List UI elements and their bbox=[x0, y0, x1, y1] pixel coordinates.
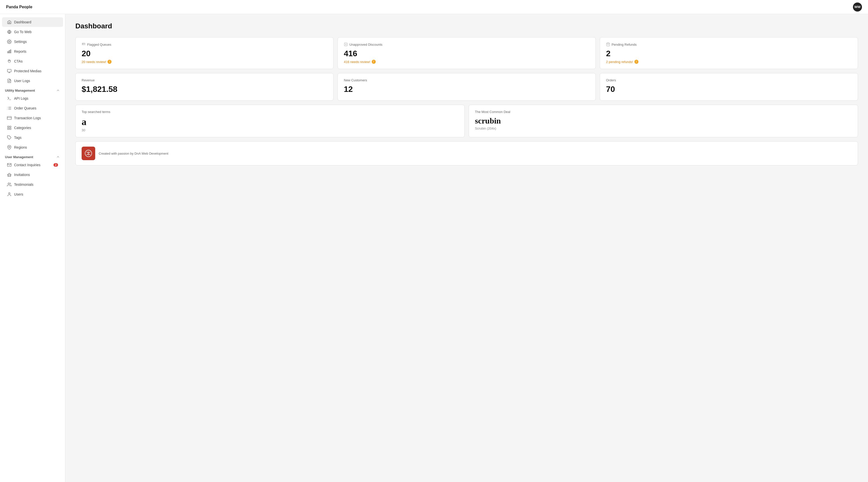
sidebar-item-invitations[interactable]: Invitations bbox=[2, 170, 63, 180]
sidebar-item-categories[interactable]: Categories bbox=[2, 123, 63, 133]
sidebar-item-api-logs[interactable]: API Logs bbox=[2, 94, 63, 103]
tag-icon bbox=[7, 135, 11, 140]
card-flagged-queues-value: 20 bbox=[82, 49, 327, 58]
card-unapproved-discounts: Unapproved Discounts 416 416 needs revie… bbox=[338, 37, 596, 69]
card-top-searched: Top searched terms a 30 bbox=[75, 105, 465, 137]
sidebar-item-label: Users bbox=[14, 192, 23, 196]
card-flagged-queues-alert: 20 needs review! ! bbox=[82, 60, 327, 64]
card-most-common-deal: The Most Common Deal scrubin Scrubin (20… bbox=[469, 105, 858, 137]
sidebar-item-settings[interactable]: Settings bbox=[2, 37, 63, 46]
sidebar-item-label: Testimonials bbox=[14, 183, 33, 187]
svg-rect-16 bbox=[7, 117, 11, 120]
sidebar-item-tags[interactable]: Tags bbox=[2, 133, 63, 142]
card-orders: Orders 70 bbox=[600, 73, 858, 101]
card-pending-refunds-value: 2 bbox=[606, 49, 852, 58]
settings-icon bbox=[7, 39, 11, 44]
sidebar-item-reports[interactable]: Reports bbox=[2, 47, 63, 56]
top-searched-term: a bbox=[82, 116, 458, 127]
sidebar-main-nav: Dashboard Go To Web Settings Reports bbox=[0, 17, 65, 86]
mail-icon bbox=[7, 163, 11, 167]
sidebar-item-label: Contact Inquiries bbox=[14, 163, 40, 167]
sidebar-item-user-logs[interactable]: User Logs bbox=[2, 76, 63, 86]
alert-dot: ! bbox=[634, 60, 639, 64]
main-content: Dashboard Flagged Queues 20 20 needs rev… bbox=[65, 14, 868, 482]
sidebar-item-label: User Logs bbox=[14, 79, 30, 83]
card-flagged-queues: Flagged Queues 20 20 needs review! ! bbox=[75, 37, 334, 69]
card-revenue: Revenue $1,821.58 bbox=[75, 73, 334, 101]
card-top-searched-label: Top searched terms bbox=[82, 110, 458, 114]
monitor-icon bbox=[7, 69, 11, 73]
page-title: Dashboard bbox=[75, 22, 858, 30]
svg-point-25 bbox=[8, 193, 10, 194]
user-management-items: Contact Inquiries 2 Invitations Testimon… bbox=[0, 160, 65, 199]
user-management-label: User Management bbox=[5, 155, 33, 159]
dna-logo-icon bbox=[84, 149, 93, 158]
sidebar-item-ctas[interactable]: CTAs bbox=[2, 57, 63, 66]
utility-management-header[interactable]: Utility Management bbox=[0, 86, 65, 93]
card-orders-label: Orders bbox=[606, 78, 852, 82]
map-pin-icon bbox=[7, 145, 11, 150]
card-pending-refunds-label: Pending Refunds bbox=[606, 42, 852, 46]
cards-row-3: Top searched terms a 30 The Most Common … bbox=[75, 105, 858, 137]
user-avatar[interactable]: WW bbox=[853, 2, 862, 11]
footer-logo bbox=[82, 147, 95, 160]
card-revenue-value: $1,821.58 bbox=[82, 85, 327, 94]
layout: Dashboard Go To Web Settings Reports bbox=[0, 14, 868, 482]
card-unapproved-discounts-alert: 416 needs review! ! bbox=[344, 60, 589, 64]
svg-rect-3 bbox=[9, 51, 10, 53]
card-unapproved-discounts-value: 416 bbox=[344, 49, 589, 58]
sidebar-item-label: Regions bbox=[14, 146, 27, 149]
sidebar-item-label: Invitations bbox=[14, 173, 30, 177]
footer-text: Created with passion by DnA Web Developm… bbox=[99, 152, 168, 155]
terminal-icon bbox=[7, 96, 11, 101]
sidebar-item-label: Categories bbox=[14, 126, 31, 130]
card-orders-value: 70 bbox=[606, 85, 852, 94]
sidebar-item-label: Settings bbox=[14, 40, 27, 44]
sidebar: Dashboard Go To Web Settings Reports bbox=[0, 14, 65, 482]
sidebar-item-order-queues[interactable]: Order Queues bbox=[2, 103, 63, 113]
sidebar-item-dashboard[interactable]: Dashboard bbox=[2, 17, 63, 27]
card-flagged-queues-label: Flagged Queues bbox=[82, 42, 327, 46]
card-new-customers-label: New Customers bbox=[344, 78, 589, 82]
sidebar-item-label: Protected Medias bbox=[14, 69, 41, 73]
sidebar-item-contact-inquiries[interactable]: Contact Inquiries 2 bbox=[2, 160, 63, 170]
sidebar-item-testimonials[interactable]: Testimonials bbox=[2, 180, 63, 189]
svg-point-24 bbox=[8, 183, 9, 184]
svg-rect-5 bbox=[7, 69, 11, 72]
sidebar-item-label: Go To Web bbox=[14, 30, 32, 34]
sidebar-item-label: Transaction Logs bbox=[14, 116, 41, 120]
grid-icon bbox=[7, 126, 11, 130]
card-pending-refunds: Pending Refunds 2 2 pending refunds! ! bbox=[600, 37, 858, 69]
card-most-common-deal-label: The Most Common Deal bbox=[475, 110, 852, 114]
contact-inquiries-badge: 2 bbox=[54, 163, 58, 167]
sidebar-item-label: Order Queues bbox=[14, 106, 36, 110]
cards-row-2: Revenue $1,821.58 New Customers 12 Order… bbox=[75, 73, 858, 101]
card-unapproved-discounts-label: Unapproved Discounts bbox=[344, 42, 589, 46]
utility-management-label: Utility Management bbox=[5, 89, 35, 92]
card-new-customers-value: 12 bbox=[344, 85, 589, 94]
sidebar-item-protected-medias[interactable]: Protected Medias bbox=[2, 66, 63, 76]
app-title: Panda People bbox=[6, 5, 32, 9]
top-searched-count: 30 bbox=[82, 128, 458, 132]
users-icon bbox=[7, 182, 11, 187]
alert-dot: ! bbox=[107, 60, 112, 64]
sidebar-item-label: API Logs bbox=[14, 96, 28, 100]
card-revenue-label: Revenue bbox=[82, 78, 327, 82]
user-management-header[interactable]: User Management bbox=[0, 152, 65, 160]
card-pending-refunds-alert: 2 pending refunds! ! bbox=[606, 60, 852, 64]
list-icon bbox=[7, 106, 11, 110]
file-text-icon bbox=[7, 78, 11, 83]
home-icon bbox=[7, 20, 11, 24]
footer-card: Created with passion by DnA Web Developm… bbox=[75, 141, 858, 165]
sidebar-item-label: CTAs bbox=[14, 59, 23, 63]
sidebar-item-label: Reports bbox=[14, 50, 26, 54]
sidebar-item-transaction-logs[interactable]: Transaction Logs bbox=[2, 113, 63, 123]
sidebar-item-regions[interactable]: Regions bbox=[2, 142, 63, 152]
sidebar-item-label: Dashboard bbox=[14, 20, 31, 24]
svg-rect-19 bbox=[10, 126, 11, 127]
svg-rect-2 bbox=[7, 52, 8, 53]
svg-point-23 bbox=[9, 147, 10, 148]
most-common-deal-sub: Scrubin (204x) bbox=[475, 127, 852, 130]
sidebar-item-go-to-web[interactable]: Go To Web bbox=[2, 27, 63, 37]
sidebar-item-users[interactable]: Users bbox=[2, 190, 63, 199]
